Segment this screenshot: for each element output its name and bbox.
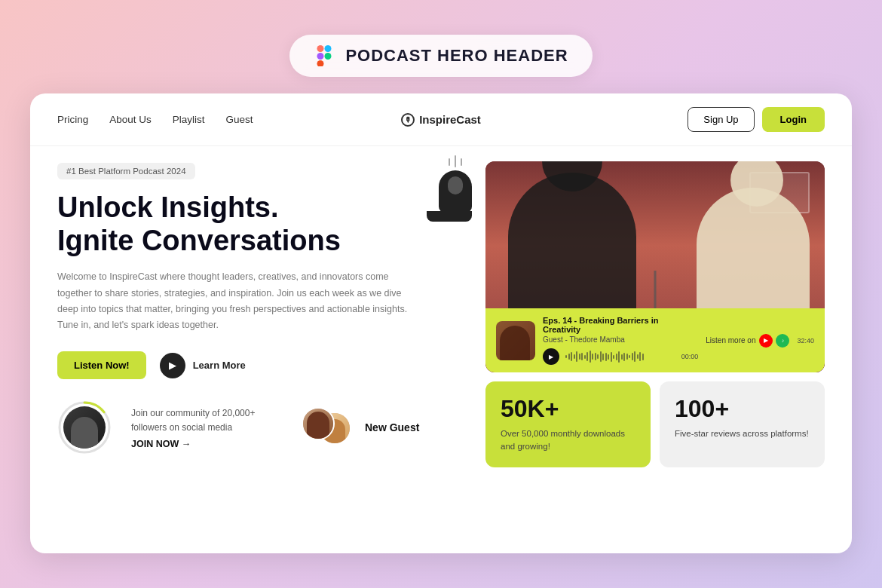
community-row: Join with Us Join with Us Join our commu… [57, 400, 463, 455]
svg-rect-0 [317, 45, 324, 52]
waveform-bar [626, 354, 628, 360]
signup-button[interactable]: Sign Up [688, 107, 754, 132]
hero-badge: #1 Best Platform Podcast 2024 [57, 163, 195, 179]
mic-line-1 [449, 158, 450, 166]
waveform-bar [616, 354, 617, 360]
stat-card-reviews: 100+ Five-star reviews across platforms! [660, 381, 825, 467]
hero-description: Welcome to InspireCast where thought lea… [57, 269, 419, 333]
spotify-icon: ♪ [776, 334, 789, 348]
waveform-bar [592, 354, 593, 360]
player-thumbnail [496, 321, 535, 360]
main-card: Pricing About Us Playlist Guest 🎙 Inspir… [30, 93, 852, 553]
waveform-bar [608, 354, 609, 360]
svg-rect-2 [317, 53, 324, 60]
logo-text: InspireCast [419, 113, 481, 126]
listen-now-button[interactable]: Listen Now! [57, 351, 146, 379]
nav-playlist[interactable]: Playlist [173, 114, 205, 125]
waveform-bar [632, 353, 633, 360]
platform-badges: ▶ ♪ [759, 334, 789, 348]
waveform [565, 351, 675, 363]
stat-number-downloads: 50K+ [501, 395, 635, 423]
waveform-bar [565, 355, 567, 358]
mic-signal-lines [449, 155, 462, 167]
community-text: Join our community of 20,000+ followers … [131, 406, 282, 435]
mic-body [439, 170, 472, 213]
waveform-bar [642, 354, 644, 360]
waveform-bar [629, 355, 630, 358]
nav-about[interactable]: About Us [109, 114, 152, 125]
nav-links: Pricing About Us Playlist Guest [57, 114, 313, 125]
logo: 🎙 InspireCast [313, 113, 568, 127]
waveform-bar [590, 351, 591, 363]
hero-title-line2: Ignite Conversations [57, 225, 341, 256]
waveform-bar [568, 354, 570, 360]
mic-line-3 [461, 158, 462, 166]
svg-rect-4 [317, 60, 324, 66]
person-left [508, 173, 636, 316]
podcast-image: Eps. 14 - Breaking Barriers in Creativit… [485, 161, 825, 372]
waveform-bar [586, 352, 588, 361]
community-person [71, 417, 98, 449]
guest-avatar-1 [302, 407, 335, 440]
player-controls: ▶ [543, 348, 698, 365]
waveform-bar [597, 354, 599, 359]
player-time-start: 00:00 [681, 353, 699, 360]
person-right [697, 188, 810, 316]
mic-base [427, 211, 472, 222]
waveform-bar [579, 354, 580, 360]
learn-more-button[interactable]: ▶ Learn More [160, 353, 246, 378]
logo-icon: 🎙 [401, 113, 415, 127]
guest-label: New Guest [365, 421, 419, 433]
learn-more-label: Learn More [193, 360, 246, 371]
waveform-bar [618, 351, 620, 363]
waveform-bar [634, 351, 635, 362]
mic-line-2 [455, 155, 456, 167]
listen-more-text: Listen more on [706, 336, 755, 345]
listen-more: Listen more on ▶ ♪ [706, 334, 789, 348]
join-link[interactable]: JOIN NOW → [131, 439, 282, 449]
waveform-bar [602, 354, 604, 360]
waveform-bar [571, 352, 572, 361]
hero-left: #1 Best Platform Podcast 2024 Unlock Ins… [57, 163, 341, 269]
player-title: Eps. 14 - Breaking Barriers in Creativit… [543, 316, 698, 334]
nav-guest[interactable]: Guest [226, 114, 253, 125]
player-time-end: 32:40 [797, 337, 814, 345]
figma-icon [314, 45, 335, 66]
stat-card-downloads: 50K+ Over 50,000 monthly downloads and g… [485, 381, 651, 467]
waveform-bar [621, 354, 623, 360]
nav-actions: Sign Up Login [569, 107, 825, 132]
player-info: Eps. 14 - Breaking Barriers in Creativit… [543, 316, 698, 365]
hero-top-row: #1 Best Platform Podcast 2024 Unlock Ins… [57, 163, 463, 269]
waveform-bar [639, 352, 641, 361]
waveform-bar [600, 351, 602, 362]
player-thumb-person [500, 326, 530, 360]
player-guest: Guest - Thedore Mamba [543, 335, 698, 344]
stats-row: 50K+ Over 50,000 monthly downloads and g… [485, 381, 825, 467]
community-badge: Join with Us Join with Us [57, 400, 112, 455]
hero-buttons: Listen Now! ▶ Learn More [57, 351, 463, 379]
login-button[interactable]: Login [762, 107, 825, 132]
right-column: Eps. 14 - Breaking Barriers in Creativit… [485, 146, 825, 535]
waveform-bar [595, 353, 596, 360]
mic-illustration [433, 155, 478, 222]
left-column: #1 Best Platform Podcast 2024 Unlock Ins… [57, 146, 463, 535]
waveform-bar [605, 353, 607, 361]
community-badge-inner [63, 406, 106, 449]
waveform-bar [623, 353, 625, 361]
community-info: Join our community of 20,000+ followers … [131, 406, 282, 449]
waveform-bar [637, 354, 639, 359]
banner-title: PODCAST HERO HEADER [345, 46, 568, 66]
svg-rect-1 [325, 45, 332, 52]
hero-title: Unlock Insights. Ignite Conversations [57, 191, 341, 257]
guest-item: New Guest [302, 407, 419, 449]
stat-number-reviews: 100+ [675, 395, 810, 423]
waveform-bar [581, 353, 583, 360]
hero-title-line1: Unlock Insights. [57, 191, 278, 223]
play-circle-icon: ▶ [160, 353, 185, 378]
player-play-button[interactable]: ▶ [543, 348, 559, 365]
nav-pricing[interactable]: Pricing [57, 114, 88, 125]
player-overlay: Eps. 14 - Breaking Barriers in Creativit… [485, 308, 825, 372]
navbar: Pricing About Us Playlist Guest 🎙 Inspir… [30, 93, 852, 146]
guest-avatars [302, 407, 354, 449]
youtube-icon: ▶ [759, 334, 773, 348]
